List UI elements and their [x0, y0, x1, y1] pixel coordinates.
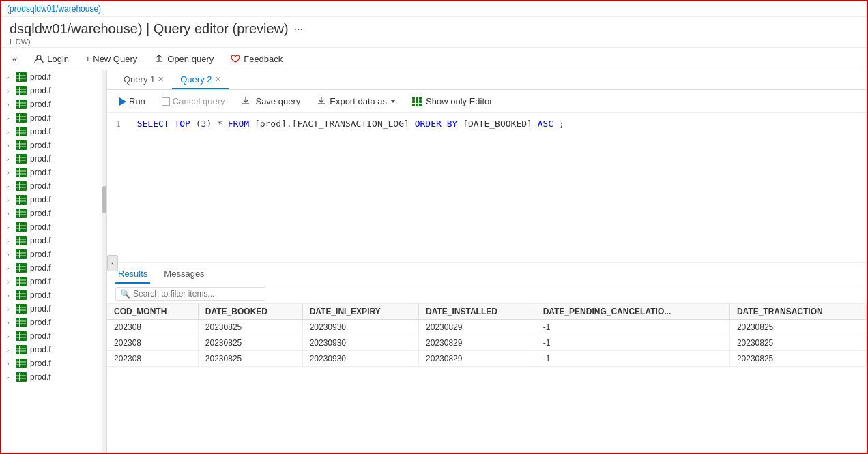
collapse-panel-button[interactable]: ‹: [107, 255, 118, 271]
sidebar-label-21: prod.f: [30, 345, 51, 354]
tab-messages[interactable]: Messages: [161, 266, 207, 284]
arrow-icon: ›: [7, 278, 14, 286]
more-options-icon[interactable]: ···: [294, 23, 303, 35]
sidebar-item-6[interactable]: › prod.f: [1, 138, 106, 152]
export-download-icon: [317, 95, 326, 107]
download-icon: [241, 95, 250, 107]
tab-results[interactable]: Results: [115, 266, 150, 284]
sidebar-label-15: prod.f: [30, 263, 51, 273]
table-icon: [16, 277, 27, 286]
arrow-icon: ›: [7, 101, 14, 108]
breadcrumb-text: (prodsqldw01/warehouse): [7, 4, 101, 14]
tab-query1-close[interactable]: ✕: [158, 76, 164, 83]
sidebar-item-15[interactable]: › prod.f: [1, 261, 106, 275]
cancel-checkbox-icon: [162, 97, 170, 106]
arrow-icon: ›: [7, 210, 14, 217]
sql-keyword-top: TOP: [174, 119, 190, 129]
tab-query1-label: Query 1: [124, 74, 155, 85]
table-icon: [16, 345, 27, 354]
table-icon: [16, 168, 27, 177]
sidebar-item-12[interactable]: › prod.f: [1, 220, 106, 234]
run-label: Run: [129, 96, 145, 106]
feedback-button[interactable]: Feedback: [227, 52, 285, 65]
table-icon: [16, 290, 27, 300]
sidebar-item-8[interactable]: › prod.f: [1, 166, 106, 179]
sidebar-item-17[interactable]: › prod.f: [1, 288, 106, 302]
table-icon: [16, 304, 27, 314]
sidebar-item-2[interactable]: › prod.f: [1, 84, 106, 97]
cell-date-ini-expiry-3: 20230930: [302, 351, 418, 367]
sidebar-label-18: prod.f: [30, 304, 51, 314]
col-header-date-pending: DATE_PENDING_CANCELATIO...: [536, 304, 729, 320]
sidebar-label-14: prod.f: [30, 249, 51, 259]
sql-table-ref: [prod].[FACT_TRANSACTION_LOG]: [255, 119, 415, 129]
sidebar-item-13[interactable]: › prod.f: [1, 234, 106, 247]
open-query-button[interactable]: Open query: [151, 52, 216, 65]
cancel-query-button[interactable]: Cancel query: [158, 95, 229, 108]
save-query-button[interactable]: Save query: [237, 94, 304, 108]
arrow-icon: ›: [7, 183, 14, 190]
login-button[interactable]: Login: [31, 52, 72, 65]
sidebar-item-4[interactable]: › prod.f: [1, 111, 106, 125]
tab-query2[interactable]: Query 2 ✕: [172, 70, 229, 89]
sidebar-item-18[interactable]: › prod.f: [1, 302, 106, 316]
content-area: Query 1 ✕ Query 2 ✕ Run Cancel query: [107, 70, 867, 454]
sidebar-item-11[interactable]: › prod.f: [1, 207, 106, 220]
grid-icon: [412, 97, 422, 106]
svg-rect-8: [16, 168, 26, 177]
collapse-sidebar-button[interactable]: «: [10, 52, 20, 65]
open-query-label: Open query: [167, 54, 214, 64]
svg-rect-21: [16, 346, 26, 354]
sidebar-item-9[interactable]: › prod.f: [1, 179, 106, 193]
arrow-icon: ›: [7, 333, 14, 340]
cell-date-booked-3: 20230825: [198, 351, 302, 367]
sidebar-item-21[interactable]: › prod.f: [1, 343, 106, 357]
cell-date-booked-2: 20230825: [198, 335, 302, 351]
sidebar-item-1[interactable]: › prod.f: [1, 70, 106, 84]
heart-icon: [230, 53, 241, 64]
svg-rect-22: [16, 359, 26, 367]
sidebar-item-7[interactable]: › prod.f: [1, 152, 106, 166]
arrow-icon: ›: [7, 115, 14, 122]
new-query-label: + New Query: [85, 54, 137, 64]
title-text: dsqldw01/warehouse) | Query editor (prev…: [10, 21, 289, 37]
sidebar-item-23[interactable]: › prod.f: [1, 370, 106, 384]
login-label: Login: [47, 54, 69, 64]
sql-editor[interactable]: 1 SELECT TOP (3) * FROM [prod].[FACT_TRA…: [107, 113, 867, 263]
sql-space2: (3) *: [196, 119, 228, 129]
show-editor-button[interactable]: Show only Editor: [408, 95, 497, 108]
search-input[interactable]: [133, 289, 261, 299]
col-header-date-booked: DATE_BOOKED: [198, 304, 302, 320]
sidebar-item-20[interactable]: › prod.f: [1, 329, 106, 343]
sidebar-item-16[interactable]: › prod.f: [1, 275, 106, 288]
tab-query1[interactable]: Query 1 ✕: [115, 70, 172, 89]
table-header: COD_MONTH DATE_BOOKED DATE_INI_EXPIRY DA…: [107, 304, 867, 320]
sidebar-item-14[interactable]: › prod.f: [1, 247, 106, 261]
search-bar: 🔍: [107, 284, 867, 304]
tab-query2-close[interactable]: ✕: [215, 76, 221, 83]
sidebar-label-23: prod.f: [30, 372, 51, 382]
arrow-icon: ›: [7, 196, 14, 204]
export-data-button[interactable]: Export data as: [313, 94, 400, 108]
svg-rect-3: [16, 100, 26, 108]
arrow-icon: ›: [7, 128, 14, 136]
sidebar-label-17: prod.f: [30, 290, 51, 300]
sidebar-item-19[interactable]: › prod.f: [1, 316, 106, 329]
table-icon: [16, 209, 27, 218]
table-icon: [16, 154, 27, 164]
new-query-button[interactable]: + New Query: [83, 52, 140, 65]
query-toolbar: Run Cancel query Save query Export data …: [107, 90, 867, 113]
run-button[interactable]: Run: [115, 95, 149, 108]
table-icon: [16, 181, 27, 191]
sidebar-item-3[interactable]: › prod.f: [1, 97, 106, 111]
sidebar-item-22[interactable]: › prod.f: [1, 357, 106, 370]
cell-date-installed-1: 20230829: [419, 320, 536, 335]
sidebar-item-10[interactable]: › prod.f: [1, 193, 106, 207]
scrollbar-thumb[interactable]: [102, 186, 106, 213]
sidebar-item-5[interactable]: › prod.f: [1, 125, 106, 138]
svg-rect-1: [16, 73, 26, 81]
cell-date-ini-expiry-1: 20230930: [302, 320, 418, 335]
cell-date-pending-1: -1: [536, 320, 729, 335]
table-body: 202308 20230825 20230930 20230829 -1 202…: [107, 320, 867, 367]
results-table: COD_MONTH DATE_BOOKED DATE_INI_EXPIRY DA…: [107, 304, 867, 454]
